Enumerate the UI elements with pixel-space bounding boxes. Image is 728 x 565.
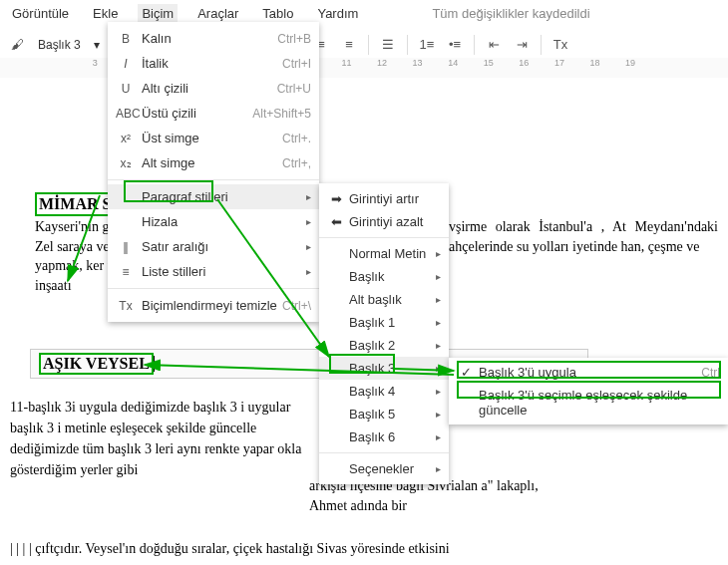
menu-item-i̇talik[interactable]: IİtalikCtrl+I — [108, 51, 319, 76]
line-spacing-icon[interactable]: ☰ — [377, 34, 399, 56]
submenu-item-girintiyi-azalt[interactable]: ⬅Girintiyi azalt — [319, 210, 449, 233]
menu-araclar[interactable]: Araçlar — [193, 4, 242, 23]
menu-item-altı-çizili[interactable]: UAltı çiziliCtrl+U — [108, 76, 319, 101]
submenu-item-başlık-4[interactable]: Başlık 4▸ — [319, 380, 449, 403]
submenu-item-başlık[interactable]: Başlık▸ — [319, 265, 449, 288]
menu-item-hizala[interactable]: Hizala▸ — [108, 209, 319, 234]
body-text-3[interactable]: | | | | çıftçıdır. Veysel'ın doğduğu sır… — [10, 541, 509, 557]
menu-item-üst-simge[interactable]: x²Üst simgeCtrl+. — [108, 126, 319, 150]
heading-mimar[interactable]: MİMAR S — [35, 192, 115, 216]
submenu-item-başlık-6[interactable]: Başlık 6▸ — [319, 425, 449, 448]
align-justify-icon[interactable]: ≡ — [338, 34, 360, 56]
bulleted-list-icon[interactable]: •≡ — [444, 34, 466, 56]
menu-item-alt-simge[interactable]: x₂Alt simgeCtrl+, — [108, 150, 319, 175]
menu-item-üstü-çizili[interactable]: ABCÜstü çiziliAlt+Shift+5 — [108, 101, 319, 126]
menu-item-biçimlendirmeyi-temizle[interactable]: TxBiçimlendirmeyi temizleCtrl+\ — [108, 293, 319, 318]
menu-item-kalın[interactable]: BKalınCtrl+B — [108, 26, 319, 51]
style-selector[interactable]: Başlık 3▾ — [34, 36, 104, 54]
submenu3-item[interactable]: Başlık 3'ü seçimle eşleşecek şekilde gün… — [449, 384, 728, 422]
instruction-note: 11-başlık 3i uygula dediğimizde başlık 3… — [10, 397, 309, 480]
heading-asik: AŞIK VEYSEL — [39, 353, 154, 375]
submenu-item-seçenekler[interactable]: Seçenekler▸ — [319, 457, 449, 480]
submenu-item-başlık-5[interactable]: Başlık 5▸ — [319, 403, 449, 425]
heading3-submenu: ✓Başlık 3'ü uygulaCtrlBaşlık 3'ü seçimle… — [449, 358, 728, 424]
clear-format-icon[interactable]: Tx — [549, 34, 571, 56]
menu-item-liste-stilleri[interactable]: ≡Liste stilleri▸ — [108, 259, 319, 284]
submenu-item-girintiyi-artır[interactable]: ➡Girintiyi artır — [319, 187, 449, 210]
submenu-item-başlık-1[interactable]: Başlık 1▸ — [319, 311, 449, 334]
indent-increase-icon[interactable]: ⇥ — [511, 34, 533, 56]
save-status: Tüm değişiklikler kaydedildi — [428, 4, 593, 23]
indent-decrease-icon[interactable]: ⇤ — [483, 34, 505, 56]
body-text-1-right[interactable]: vşirme olarak İstanbul'a , At Meydanı'nd… — [449, 217, 718, 256]
menu-bicim[interactable]: Biçim — [138, 4, 178, 23]
paragraph-styles-submenu: ➡Girintiyi artır⬅Girintiyi azaltNormal M… — [319, 183, 449, 484]
menu-item-satır-aralığı[interactable]: ‖Satır aralığı▸ — [108, 234, 319, 259]
submenu-item-normal-metin[interactable]: Normal Metin▸ — [319, 242, 449, 265]
menu-item-paragraf-stilleri[interactable]: Paragraf stilleri▸ — [108, 184, 319, 209]
paint-format-icon[interactable]: 🖌 — [6, 34, 28, 56]
menu-yardim[interactable]: Yardım — [313, 4, 362, 23]
menu-goruntule[interactable]: Görüntüle — [8, 4, 73, 23]
submenu-item-başlık-3[interactable]: Başlık 3▸ — [319, 357, 449, 380]
submenu-item-alt-başlık[interactable]: Alt başlık▸ — [319, 288, 449, 311]
submenu3-item[interactable]: ✓Başlık 3'ü uygulaCtrl — [449, 361, 728, 384]
format-menu-dropdown: BKalınCtrl+BIİtalikCtrl+IUAltı çiziliCtr… — [108, 22, 319, 322]
menu-tablo[interactable]: Tablo — [258, 4, 297, 23]
numbered-list-icon[interactable]: 1≡ — [416, 34, 438, 56]
menu-ekle[interactable]: Ekle — [89, 4, 122, 23]
submenu-item-başlık-2[interactable]: Başlık 2▸ — [319, 334, 449, 357]
